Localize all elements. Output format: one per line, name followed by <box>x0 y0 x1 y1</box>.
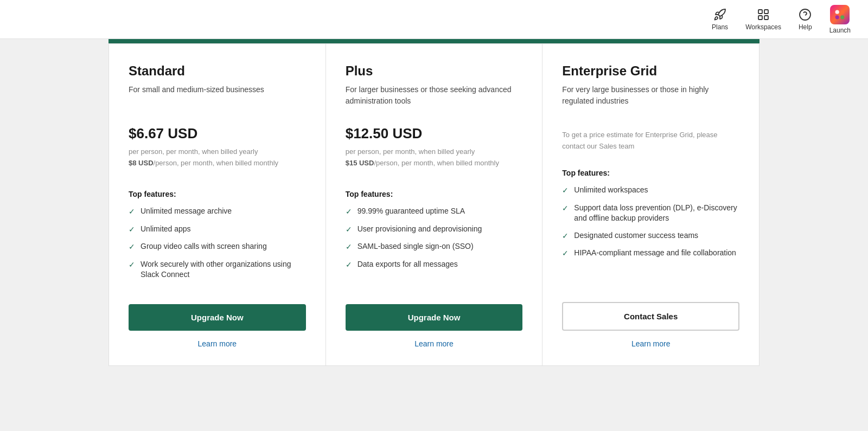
plus-price-note1: per person, per month, when billed yearl… <box>346 147 475 156</box>
standard-price-details: per person, per month, when billed yearl… <box>129 146 306 175</box>
nav-help[interactable]: Help <box>799 8 812 31</box>
accent-bar <box>108 39 760 43</box>
nav-launch[interactable]: Launch <box>829 5 851 34</box>
standard-learn-more-link[interactable]: Learn more <box>129 339 306 348</box>
svg-point-6 <box>835 10 839 14</box>
check-icon: ✓ <box>346 242 352 253</box>
check-icon: ✓ <box>562 231 569 242</box>
plans-label: Plans <box>712 23 728 31</box>
pricing-container: Standard For small and medium-sized busi… <box>108 43 760 366</box>
enterprise-cta-section: Contact Sales Learn more <box>562 302 739 348</box>
nav-plans[interactable]: Plans <box>712 8 728 31</box>
nav-workspaces[interactable]: Workspaces <box>745 8 781 31</box>
check-icon: ✓ <box>129 242 135 253</box>
list-item: ✓99.99% guaranteed uptime SLA <box>346 206 523 217</box>
standard-price-note2-suffix: /person, per month, when billed monthly <box>154 159 279 167</box>
enterprise-features-list: ✓Unlimited workspaces ✓Support data loss… <box>562 185 739 285</box>
svg-rect-1 <box>764 10 768 14</box>
check-icon: ✓ <box>129 207 135 217</box>
rocket-icon <box>713 8 726 21</box>
enterprise-contact-button[interactable]: Contact Sales <box>562 302 739 331</box>
svg-point-4 <box>800 9 810 20</box>
main-content: Standard For small and medium-sized busi… <box>0 39 868 366</box>
list-item: ✓Designated customer success teams <box>562 230 739 242</box>
svg-rect-2 <box>758 16 762 20</box>
check-icon: ✓ <box>346 207 352 217</box>
launch-label: Launch <box>829 27 851 34</box>
standard-plan-name: Standard <box>129 63 306 79</box>
plus-features-label: Top features: <box>346 190 523 198</box>
enterprise-learn-more-link[interactable]: Learn more <box>562 339 739 348</box>
list-item: ✓HIPAA-compliant message and file collab… <box>562 248 739 259</box>
svg-point-9 <box>841 15 845 19</box>
top-nav: Plans Workspaces Help <box>0 0 868 39</box>
svg-point-7 <box>841 10 845 14</box>
list-item: ✓User provisioning and deprovisioning <box>346 224 523 235</box>
enterprise-plan-name: Enterprise Grid <box>562 63 739 79</box>
plus-price-details: per person, per month, when billed yearl… <box>346 146 523 175</box>
enterprise-plan-description: For very large businesses or those in hi… <box>562 84 739 110</box>
standard-price-note2-prefix: $8 USD <box>129 159 154 167</box>
list-item: ✓Support data loss prevention (DLP), e-D… <box>562 203 739 224</box>
plus-price-note2-prefix: $15 USD <box>346 159 374 167</box>
check-icon: ✓ <box>346 224 352 235</box>
plus-price: $12.50 USD <box>346 125 523 142</box>
plus-plan-description: For larger businesses or those seeking a… <box>346 84 523 110</box>
plan-card-standard: Standard For small and medium-sized busi… <box>109 44 326 365</box>
standard-features-label: Top features: <box>129 190 306 198</box>
standard-price: $6.67 USD <box>129 125 306 142</box>
check-icon: ✓ <box>562 185 569 196</box>
plan-card-plus: Plus For larger businesses or those seek… <box>326 44 543 365</box>
list-item: ✓Data exports for all messages <box>346 259 523 271</box>
svg-rect-0 <box>758 10 762 14</box>
enterprise-price-contact: To get a price estimate for Enterprise G… <box>562 125 739 153</box>
check-icon: ✓ <box>129 224 135 235</box>
svg-point-8 <box>835 15 839 19</box>
standard-features-list: ✓Unlimited message archive ✓Unlimited ap… <box>129 206 306 287</box>
plan-card-enterprise: Enterprise Grid For very large businesse… <box>542 44 759 365</box>
plus-price-note2-suffix: /person, per month, when billed monthly <box>374 159 499 167</box>
list-item: ✓SAML-based single sign-on (SSO) <box>346 241 523 253</box>
check-icon: ✓ <box>562 248 569 259</box>
list-item: ✓Unlimited workspaces <box>562 185 739 196</box>
help-label: Help <box>799 23 812 31</box>
plus-upgrade-button[interactable]: Upgrade Now <box>346 304 523 331</box>
launch-app-icon <box>830 5 850 24</box>
standard-plan-description: For small and medium-sized businesses <box>129 84 306 110</box>
standard-price-note1: per person, per month, when billed yearl… <box>129 147 258 156</box>
grid-icon <box>757 8 770 21</box>
svg-rect-3 <box>764 16 768 20</box>
standard-upgrade-button[interactable]: Upgrade Now <box>129 304 306 331</box>
help-icon <box>799 8 812 21</box>
plus-features-list: ✓99.99% guaranteed uptime SLA ✓User prov… <box>346 206 523 287</box>
check-icon: ✓ <box>129 260 135 271</box>
enterprise-features-label: Top features: <box>562 169 739 177</box>
nav-items: Plans Workspaces Help <box>712 5 851 34</box>
check-icon: ✓ <box>346 260 352 271</box>
plus-learn-more-link[interactable]: Learn more <box>346 339 523 348</box>
list-item: ✓Unlimited message archive <box>129 206 306 217</box>
list-item: ✓Work securely with other organizations … <box>129 259 306 280</box>
workspaces-label: Workspaces <box>745 23 781 31</box>
list-item: ✓Unlimited apps <box>129 224 306 235</box>
standard-cta-section: Upgrade Now Learn more <box>129 304 306 348</box>
plus-plan-name: Plus <box>346 63 523 79</box>
plus-cta-section: Upgrade Now Learn more <box>346 304 523 348</box>
list-item: ✓Group video calls with screen sharing <box>129 241 306 253</box>
check-icon: ✓ <box>562 203 569 214</box>
